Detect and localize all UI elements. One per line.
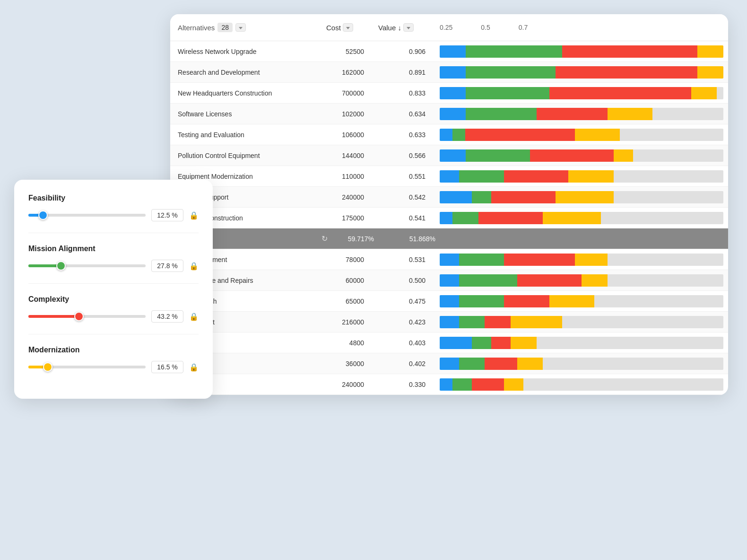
slider-track[interactable] (28, 264, 146, 267)
bar-segment (466, 66, 556, 79)
slider-row: 43.2 % 🔒 (28, 310, 199, 323)
bar-container (440, 87, 723, 99)
lock-icon[interactable]: 🔒 (189, 312, 199, 321)
bar-segment (459, 316, 485, 328)
slider-group-modernization: Modernization 16.5 % 🔒 (28, 346, 199, 373)
row-name: Research and Development (170, 64, 321, 81)
bar-segment (491, 191, 556, 203)
col-chart: 0.25 0.5 0.7 (435, 15, 728, 40)
chart-scale-1: 0.25 (440, 24, 452, 31)
row-cost: 162000 (321, 64, 374, 81)
bar-segment (691, 87, 717, 99)
bar-segment (543, 212, 601, 224)
bar-segment (478, 212, 543, 224)
bar-segment (517, 358, 543, 370)
row-cost: 175000 (321, 210, 374, 227)
table-row: Tech Refresh 65000 0.475 (170, 291, 728, 312)
bar-container (440, 129, 723, 141)
row-chart (435, 354, 728, 374)
bar-segment (562, 45, 697, 58)
row-name: Testing and Evaluation (170, 126, 321, 143)
row-value: 0.330 (374, 376, 435, 393)
bar-segment (466, 45, 563, 58)
row-cost: 106000 (321, 126, 374, 143)
bar-segment (568, 170, 613, 183)
lock-icon[interactable]: 🔒 (189, 262, 199, 271)
slider-card: Feasibility 12.5 % 🔒 Mission Alignment 2… (14, 180, 213, 399)
row-cost: 240000 (321, 376, 374, 393)
row-chart (435, 250, 728, 270)
cost-filter-btn[interactable] (343, 23, 353, 32)
row-value: 0.634 (374, 105, 435, 122)
bar-segment (697, 66, 723, 79)
bar-container (440, 274, 723, 287)
slider-track[interactable] (28, 315, 146, 318)
bar-segment (440, 337, 472, 349)
row-value: 0.541 (374, 210, 435, 227)
row-value: 0.531 (374, 251, 435, 268)
bar-segment (556, 66, 697, 79)
slider-track[interactable] (28, 214, 146, 217)
row-name: New Headquarters Construction (170, 85, 321, 102)
col-value: Value ↓ (374, 15, 435, 40)
bar-segment (697, 45, 723, 58)
lock-icon[interactable]: 🔒 (189, 363, 199, 372)
slider-thumb[interactable] (43, 362, 52, 372)
row-cost: 240000 (321, 189, 374, 206)
row-chart (435, 166, 728, 186)
refresh-icon[interactable]: ↻ (321, 234, 328, 243)
slider-row: 27.8 % 🔒 (28, 260, 199, 272)
bar-container (440, 337, 723, 349)
bar-segment (440, 170, 459, 183)
bar-segment (440, 45, 466, 58)
slider-label: Complexity (28, 295, 199, 304)
table-row: atives ↻ 59.717% 51.868% (170, 228, 728, 249)
bar-segment (472, 378, 504, 391)
bar-segment (575, 129, 620, 141)
col-cost: Cost (321, 15, 374, 40)
row-cost: 60000 (321, 272, 374, 289)
row-value: 0.475 (374, 293, 435, 310)
slider-thumb[interactable] (56, 261, 66, 271)
row-chart (435, 62, 728, 82)
bar-segment (440, 378, 452, 391)
col-alternatives: Alternatives 28 (170, 14, 321, 41)
row-value: 0.403 (374, 334, 435, 351)
bar-segment (440, 108, 466, 120)
row-chart (435, 146, 728, 166)
table-row: tor Support 240000 0.330 (170, 374, 728, 395)
bar-segment (549, 295, 594, 307)
row-chart (435, 271, 728, 290)
row-cost: 102000 (321, 105, 374, 122)
row-chart (435, 375, 728, 394)
row-name: Wireless Network Upgrade (170, 43, 321, 60)
slider-track[interactable] (28, 366, 146, 368)
bar-container (440, 254, 723, 266)
lock-icon[interactable]: 🔒 (189, 211, 199, 220)
table-row: curity Equipment 78000 0.531 (170, 249, 728, 270)
slider-value: 27.8 % (151, 260, 183, 272)
slider-thumb[interactable] (38, 210, 48, 220)
chart-scale-3: 0.7 (519, 24, 528, 31)
alternatives-filter-btn[interactable] (235, 23, 246, 32)
chart-scale-2: 0.5 (481, 24, 490, 31)
row-cost: 700000 (321, 85, 374, 102)
row-value: 0.891 (374, 64, 435, 81)
slider-thumb[interactable] (74, 312, 84, 321)
row-name: Pollution Control Equipment (170, 147, 321, 164)
bar-segment (491, 337, 511, 349)
row-cost: 36000 (321, 355, 374, 372)
table-row: Maintenance and Repairs 60000 0.500 (170, 270, 728, 291)
bar-segment (511, 337, 537, 349)
bar-segment (466, 87, 549, 99)
value-filter-btn[interactable] (403, 23, 414, 32)
bar-segment (452, 378, 472, 391)
row-value: 0.633 (374, 126, 435, 143)
bar-segment (440, 254, 459, 266)
slider-group-complexity: Complexity 43.2 % 🔒 (28, 295, 199, 334)
row-chart (435, 333, 728, 353)
row-value: 51.868% (383, 230, 445, 247)
slider-group-feasibility: Feasibility 12.5 % 🔒 (28, 194, 199, 233)
bar-segment (466, 149, 530, 162)
value-label: Value ↓ (378, 24, 401, 32)
